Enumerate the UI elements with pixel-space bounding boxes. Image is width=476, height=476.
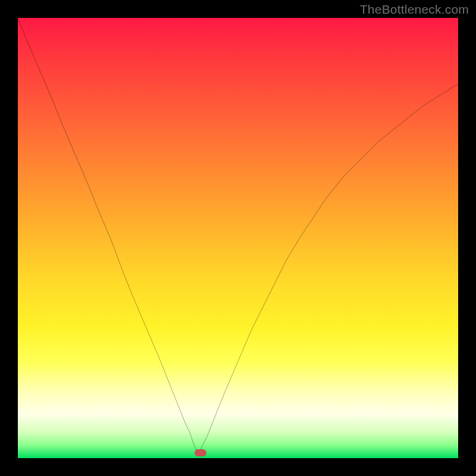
minimum-marker [195,449,206,456]
watermark-text: TheBottleneck.com [360,2,469,17]
curve-svg [18,18,458,458]
plot-area [18,18,458,458]
chart-frame: TheBottleneck.com [0,0,476,476]
curve-path [18,18,458,454]
